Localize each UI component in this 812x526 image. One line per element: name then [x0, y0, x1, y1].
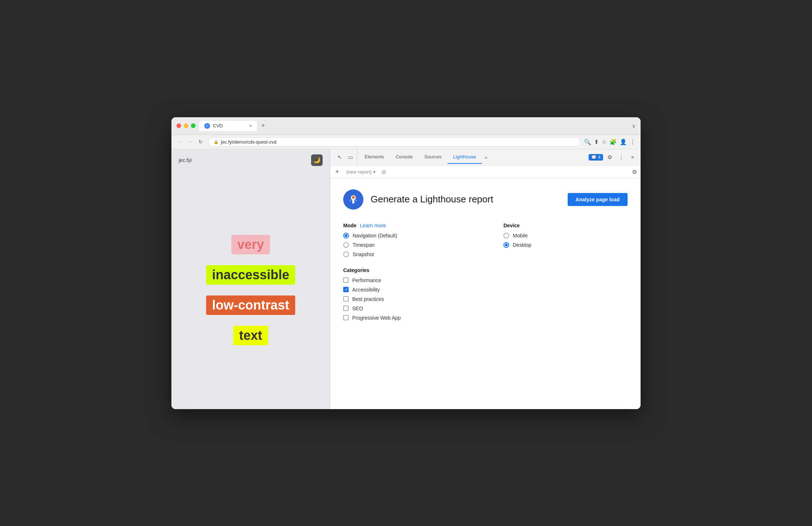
category-seo[interactable]: SEO	[343, 306, 628, 311]
menu-icon[interactable]: ⋮	[630, 139, 636, 145]
tab-close-button[interactable]: ×	[249, 123, 252, 128]
tab-list-chevron[interactable]: ∨	[632, 123, 636, 129]
close-icon: ×	[631, 154, 634, 160]
close-traffic-light[interactable]	[176, 123, 181, 128]
category-pwa[interactable]: Progressive Web App	[343, 315, 628, 321]
categories-section: Categories Performance ✓ Accessibility	[343, 267, 628, 321]
tabs-bar: C CVD × + ∨	[199, 121, 636, 131]
learn-more-link[interactable]: Learn more	[360, 223, 386, 228]
add-report-button[interactable]: +	[334, 168, 341, 176]
checkmark-icon: ✓	[345, 288, 348, 292]
traffic-lights	[176, 123, 196, 128]
performance-checkbox[interactable]	[343, 277, 349, 283]
radio-empty-indicator	[343, 242, 349, 248]
ellipsis-icon: ⋮	[619, 154, 624, 161]
analyze-page-load-button[interactable]: Analyze page load	[568, 193, 628, 206]
gear-icon: ⚙	[607, 154, 612, 161]
minimize-traffic-light[interactable]	[184, 123, 188, 128]
block-button[interactable]: ⊘	[381, 168, 386, 175]
address-bar-actions: 🔍 ⬆ ☆ 🧩 👤 ⋮	[584, 139, 636, 145]
forward-button[interactable]: →	[187, 138, 195, 146]
lighthouse-logo	[343, 189, 363, 210]
category-performance[interactable]: Performance	[343, 277, 628, 283]
category-best-practices[interactable]: Best practices	[343, 296, 628, 302]
lighthouse-toolbar: + (new report) ▾ ⊘ ⚙	[330, 166, 641, 179]
lock-icon: 🔒	[214, 140, 219, 144]
svg-rect-6	[353, 196, 354, 197]
tab-elements[interactable]: Elements	[359, 150, 390, 164]
search-icon[interactable]: 🔍	[584, 139, 591, 145]
tab-console[interactable]: Console	[390, 150, 419, 164]
desktop-radio-indicator	[503, 242, 509, 248]
browser-content: jec.fyi 🌙 very inaccessible low-contrast…	[171, 149, 641, 409]
device-desktop-radio[interactable]: Desktop	[503, 242, 628, 248]
report-placeholder: (new report)	[346, 169, 372, 175]
devtools-close-button[interactable]: ×	[628, 152, 638, 162]
categories-label: Categories	[343, 267, 628, 273]
more-tabs-button[interactable]: »	[482, 151, 490, 164]
chat-icon: 💬	[591, 155, 597, 160]
lighthouse-title: Generate a Lighthouse report	[371, 194, 560, 205]
device-mode-icon[interactable]: ▭	[345, 152, 355, 162]
webpage-panel: jec.fyi 🌙 very inaccessible low-contrast…	[171, 149, 330, 409]
report-dropdown[interactable]: (new report) ▾	[344, 168, 379, 176]
inspector-icon[interactable]: ↖	[335, 152, 345, 162]
feedback-badge[interactable]: 💬 4	[589, 154, 603, 161]
best-practices-checkbox[interactable]	[343, 296, 349, 302]
address-bar: ← → ↻ 🔒 jec.fyi/demo/cds-quest-cvd 🔍 ⬆ ☆…	[171, 135, 641, 149]
device-field: Device Mobile	[503, 223, 628, 257]
lighthouse-header: Generate a Lighthouse report Analyze pag…	[343, 189, 628, 210]
tab-title: CVD	[213, 123, 223, 128]
back-button[interactable]: ←	[176, 138, 184, 146]
webpage-title: jec.fyi	[179, 157, 192, 163]
url-text: jec.fyi/demo/cds-quest-cvd	[221, 139, 276, 145]
devtools-panel: ↖ ▭ Elements Console Sources Lighthouse	[330, 149, 641, 409]
mode-timespan-radio[interactable]: Timespan	[343, 242, 467, 248]
lighthouse-settings-button[interactable]: ⚙	[632, 168, 637, 175]
accessibility-checkbox[interactable]: ✓	[343, 287, 349, 292]
tab-lighthouse[interactable]: Lighthouse	[448, 150, 482, 164]
profile-icon[interactable]: 👤	[620, 139, 627, 145]
refresh-button[interactable]: ↻	[197, 138, 205, 146]
tab-sources[interactable]: Sources	[419, 150, 448, 164]
browser-tab[interactable]: C CVD ×	[199, 121, 257, 131]
device-radio-group: Mobile Desktop	[503, 233, 628, 248]
devtools-more-button[interactable]: ⋮	[616, 152, 626, 162]
demo-word-very: very	[231, 235, 270, 254]
mode-device-section: Mode Learn more Navigation (Default)	[343, 223, 628, 257]
tab-favicon: C	[204, 123, 210, 129]
maximize-traffic-light[interactable]	[191, 123, 196, 128]
mode-label: Mode Learn more	[343, 223, 467, 228]
url-bar[interactable]: 🔒 jec.fyi/demo/cds-quest-cvd	[208, 137, 580, 146]
radio-empty-indicator-2	[343, 251, 349, 257]
devtools-settings-button[interactable]: ⚙	[604, 152, 615, 162]
category-accessibility[interactable]: ✓ Accessibility	[343, 287, 628, 293]
demo-content: very inaccessible low-contrast text	[171, 171, 330, 409]
mode-snapshot-radio[interactable]: Snapshot	[343, 251, 467, 257]
mode-device-row: Mode Learn more Navigation (Default)	[343, 223, 628, 257]
pwa-checkbox[interactable]	[343, 315, 349, 320]
mode-navigation-radio[interactable]: Navigation (Default)	[343, 233, 467, 238]
desktop-radio-dot	[505, 244, 508, 246]
nav-buttons: ← → ↻	[176, 138, 205, 146]
svg-rect-2	[352, 200, 354, 203]
bookmark-icon[interactable]: ☆	[602, 139, 607, 145]
radio-selected-indicator	[343, 233, 349, 238]
browser-window: C CVD × + ∨ ← → ↻ 🔒 jec.fyi/demo/cds-que…	[171, 117, 641, 409]
demo-word-inaccessible: inaccessible	[206, 265, 295, 285]
share-icon[interactable]: ⬆	[594, 139, 599, 145]
mode-radio-group: Navigation (Default) Timespan Snapshot	[343, 233, 467, 257]
moon-icon: 🌙	[313, 157, 320, 163]
mode-field: Mode Learn more Navigation (Default)	[343, 223, 467, 257]
seo-checkbox[interactable]	[343, 306, 349, 311]
dark-mode-button[interactable]: 🌙	[311, 154, 323, 166]
device-label: Device	[503, 223, 628, 228]
lighthouse-main-content: Generate a Lighthouse report Analyze pag…	[330, 179, 641, 409]
device-mobile-radio[interactable]: Mobile	[503, 233, 628, 238]
demo-word-low-contrast: low-contrast	[206, 295, 295, 315]
devtools-mode-icons: ↖ ▭	[333, 149, 357, 165]
extensions-icon[interactable]: 🧩	[610, 139, 617, 145]
new-tab-button[interactable]: +	[259, 122, 267, 130]
categories-checkbox-group: Performance ✓ Accessibility Best practic…	[343, 277, 628, 321]
badge-count: 4	[598, 155, 601, 160]
